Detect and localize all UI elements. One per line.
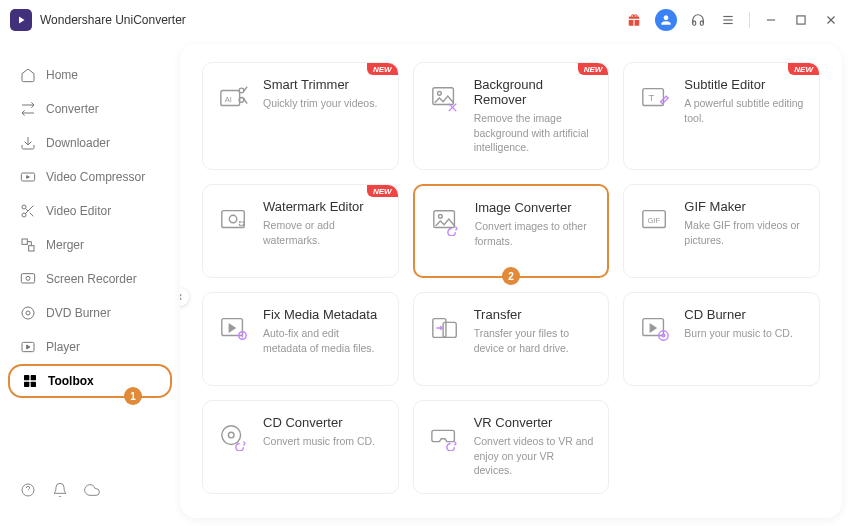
svg-line-11 xyxy=(30,213,34,217)
watermark-icon xyxy=(217,203,251,237)
sidebar-item-video-compressor[interactable]: Video Compressor xyxy=(0,160,180,194)
svg-point-17 xyxy=(22,307,34,319)
tool-watermark-editor[interactable]: NEW Watermark Editor Remove or add water… xyxy=(202,184,399,278)
home-icon xyxy=(20,67,36,83)
tool-image-converter[interactable]: Image Converter Convert images to other … xyxy=(413,184,610,278)
gift-icon[interactable] xyxy=(625,11,643,29)
sidebar-item-label: Downloader xyxy=(46,136,110,150)
cloud-icon[interactable] xyxy=(84,482,100,498)
cd-converter-icon xyxy=(217,419,251,453)
player-icon xyxy=(20,339,36,355)
sidebar-item-dvd-burner[interactable]: DVD Burner xyxy=(0,296,180,330)
subtitle-editor-icon: T xyxy=(638,81,672,115)
sidebar-item-downloader[interactable]: Downloader xyxy=(0,126,180,160)
app-logo xyxy=(10,9,32,31)
new-badge: NEW xyxy=(788,63,819,75)
svg-rect-20 xyxy=(24,375,29,380)
svg-rect-48 xyxy=(443,322,456,337)
sidebar-item-video-editor[interactable]: Video Editor xyxy=(0,194,180,228)
svg-point-9 xyxy=(22,213,26,217)
svg-rect-21 xyxy=(31,375,36,380)
tool-desc: Auto-fix and edit metadata of media file… xyxy=(263,326,384,355)
tool-title: Image Converter xyxy=(475,200,594,215)
svg-point-8 xyxy=(22,205,26,209)
svg-rect-23 xyxy=(31,382,36,387)
app-title: Wondershare UniConverter xyxy=(40,13,186,27)
sidebar-item-player[interactable]: Player xyxy=(0,330,180,364)
help-icon[interactable] xyxy=(20,482,36,498)
titlebar-actions xyxy=(625,9,840,31)
sidebar-bottom xyxy=(0,482,180,508)
sidebar-item-label: Merger xyxy=(46,238,84,252)
tool-desc: Convert videos to VR and enjoy on your V… xyxy=(474,434,595,478)
tool-smart-trimmer[interactable]: NEW AI Smart Trimmer Quickly trim your v… xyxy=(202,62,399,170)
tool-cd-burner[interactable]: CD Burner Burn your music to CD. xyxy=(623,292,820,386)
svg-rect-14 xyxy=(29,246,34,251)
compressor-icon xyxy=(20,169,36,185)
svg-rect-4 xyxy=(797,16,805,24)
tool-title: Watermark Editor xyxy=(263,199,384,214)
svg-point-53 xyxy=(228,432,234,438)
tool-vr-converter[interactable]: VR Converter Convert videos to VR and en… xyxy=(413,400,610,494)
maximize-icon[interactable] xyxy=(792,11,810,29)
recorder-icon xyxy=(20,271,36,287)
tool-subtitle-editor[interactable]: NEW T Subtitle Editor A powerful subtitl… xyxy=(623,62,820,170)
tool-grid: NEW AI Smart Trimmer Quickly trim your v… xyxy=(202,62,820,494)
tool-desc: Burn your music to CD. xyxy=(684,326,805,341)
sidebar: Home Converter Downloader Video Compress… xyxy=(0,40,180,526)
svg-point-27 xyxy=(239,88,244,93)
titlebar: Wondershare UniConverter xyxy=(0,0,850,40)
sidebar-item-screen-recorder[interactable]: Screen Recorder xyxy=(0,262,180,296)
sidebar-item-home[interactable]: Home xyxy=(0,58,180,92)
sidebar-item-label: Player xyxy=(46,340,80,354)
tool-title: Fix Media Metadata xyxy=(263,307,384,322)
svg-text:AI: AI xyxy=(225,95,232,104)
tool-title: GIF Maker xyxy=(684,199,805,214)
svg-line-12 xyxy=(25,208,28,211)
sidebar-item-label: Toolbox xyxy=(48,374,94,388)
svg-point-52 xyxy=(222,426,241,445)
tool-fix-media-metadata[interactable]: Fix Media Metadata Auto-fix and edit met… xyxy=(202,292,399,386)
metadata-icon xyxy=(217,311,251,345)
tool-desc: Quickly trim your videos. xyxy=(263,96,384,111)
tool-title: Transfer xyxy=(474,307,595,322)
tool-desc: A powerful subtitle editing tool. xyxy=(684,96,805,125)
tool-desc: Remove the image background with artific… xyxy=(474,111,595,155)
tool-title: CD Converter xyxy=(263,415,384,430)
minimize-icon[interactable] xyxy=(762,11,780,29)
sidebar-item-toolbox[interactable]: Toolbox 1 xyxy=(8,364,172,398)
tool-transfer[interactable]: Transfer Transfer your files to device o… xyxy=(413,292,610,386)
bell-icon[interactable] xyxy=(52,482,68,498)
user-avatar-icon[interactable] xyxy=(655,9,677,31)
tool-desc: Transfer your files to device or hard dr… xyxy=(474,326,595,355)
svg-point-18 xyxy=(26,311,30,315)
menu-icon[interactable] xyxy=(719,11,737,29)
tool-background-remover[interactable]: NEW Background Remover Remove the image … xyxy=(413,62,610,170)
new-badge: NEW xyxy=(367,63,398,75)
vr-converter-icon xyxy=(428,419,462,453)
new-badge: NEW xyxy=(367,185,398,197)
headset-icon[interactable] xyxy=(689,11,707,29)
tool-gif-maker[interactable]: GIF GIF Maker Make GIF from videos or pi… xyxy=(623,184,820,278)
sidebar-item-label: Home xyxy=(46,68,78,82)
background-remover-icon xyxy=(428,81,462,115)
svg-rect-39 xyxy=(240,222,244,226)
image-converter-icon xyxy=(429,204,463,238)
sidebar-item-converter[interactable]: Converter xyxy=(0,92,180,126)
svg-point-38 xyxy=(229,215,237,223)
svg-point-32 xyxy=(437,91,441,95)
close-icon[interactable] xyxy=(822,11,840,29)
svg-rect-15 xyxy=(21,274,34,283)
merger-icon xyxy=(20,237,36,253)
cd-burner-icon xyxy=(638,311,672,345)
tool-title: CD Burner xyxy=(684,307,805,322)
sidebar-item-merger[interactable]: Merger xyxy=(0,228,180,262)
tool-cd-converter[interactable]: CD Converter Convert music from CD. xyxy=(202,400,399,494)
gif-maker-icon: GIF xyxy=(638,203,672,237)
callout-badge: 1 xyxy=(124,387,142,405)
sidebar-item-label: Video Compressor xyxy=(46,170,145,184)
smart-trimmer-icon: AI xyxy=(217,81,251,115)
toolbox-icon xyxy=(22,373,38,389)
converter-icon xyxy=(20,101,36,117)
collapse-sidebar-button[interactable] xyxy=(180,288,189,306)
